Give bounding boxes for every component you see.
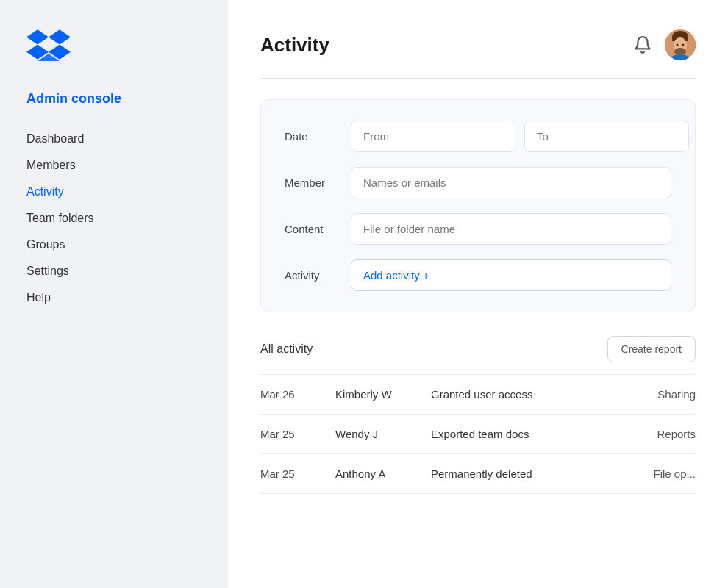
filter-row-member: Member	[285, 167, 671, 198]
table-row: Mar 25 Wendy J Exported team docs Report…	[260, 415, 696, 454]
activity-filter-label: Activity	[285, 269, 351, 282]
content-input[interactable]	[351, 213, 671, 245]
row-date: Mar 25	[260, 454, 326, 494]
sidebar-item-activity[interactable]: Activity	[26, 180, 201, 204]
svg-point-4	[674, 48, 686, 55]
member-input[interactable]	[351, 167, 671, 198]
row-action: Exported team docs	[422, 415, 613, 454]
admin-console-label: Admin console	[26, 91, 201, 107]
row-member: Wendy J	[326, 415, 422, 454]
row-action: Granted user access	[422, 375, 613, 415]
content-inputs	[351, 213, 671, 245]
content-label: Content	[285, 223, 351, 235]
sidebar-item-team-folders[interactable]: Team folders	[26, 207, 201, 230]
create-report-button[interactable]: Create report	[607, 336, 696, 362]
svg-point-6	[682, 44, 685, 46]
user-avatar[interactable]	[665, 29, 696, 60]
activity-inputs: Add activity +	[351, 259, 671, 291]
row-category: Sharing	[613, 375, 696, 415]
header-row: Activity	[260, 29, 696, 60]
filter-row-activity: Activity Add activity +	[285, 259, 671, 291]
member-inputs	[351, 167, 671, 198]
avatar-face-icon	[665, 29, 696, 60]
sidebar-item-settings[interactable]: Settings	[26, 259, 201, 283]
table-row: Mar 25 Anthony A Permanently deleted Fil…	[260, 454, 696, 494]
activity-table: Mar 26 Kimberly W Granted user access Sh…	[260, 374, 696, 494]
add-activity-button[interactable]: Add activity +	[351, 259, 671, 291]
sidebar: Admin console Dashboard Members Activity…	[0, 0, 228, 588]
table-row: Mar 26 Kimberly W Granted user access Sh…	[260, 375, 696, 415]
date-from-input[interactable]	[351, 121, 515, 152]
sidebar-item-dashboard[interactable]: Dashboard	[26, 127, 201, 151]
dropbox-logo-icon	[26, 29, 71, 62]
bell-icon[interactable]	[631, 33, 654, 57]
row-action: Permanently deleted	[422, 454, 613, 494]
row-date: Mar 26	[260, 375, 326, 415]
main-content: Activity	[228, 0, 728, 588]
row-category: Reports	[613, 415, 696, 454]
nav-items: Dashboard Members Activity Team folders …	[26, 127, 201, 309]
page-title: Activity	[260, 34, 329, 57]
logo-wrapper	[26, 29, 201, 65]
member-label: Member	[285, 176, 351, 189]
avatar-image	[665, 29, 696, 60]
filter-row-date: Date	[285, 121, 671, 152]
sidebar-item-members[interactable]: Members	[26, 154, 201, 177]
activity-table-body: Mar 26 Kimberly W Granted user access Sh…	[260, 375, 696, 494]
sidebar-item-groups[interactable]: Groups	[26, 233, 201, 257]
bell-svg-icon	[633, 35, 652, 54]
filter-row-content: Content	[285, 213, 671, 245]
header-icons	[631, 29, 696, 60]
date-inputs	[351, 121, 689, 152]
date-label: Date	[285, 130, 351, 143]
activity-header: All activity Create report	[260, 336, 696, 362]
svg-point-5	[677, 44, 679, 46]
row-category: File op...	[613, 454, 696, 494]
all-activity-label: All activity	[260, 343, 313, 356]
sidebar-item-help[interactable]: Help	[26, 286, 201, 309]
filter-card: Date Member Content Activity Add activit…	[260, 99, 696, 312]
row-date: Mar 25	[260, 415, 326, 454]
row-member: Kimberly W	[326, 375, 422, 415]
row-member: Anthony A	[326, 454, 422, 494]
date-to-input[interactable]	[524, 121, 689, 152]
header-divider	[260, 78, 696, 79]
